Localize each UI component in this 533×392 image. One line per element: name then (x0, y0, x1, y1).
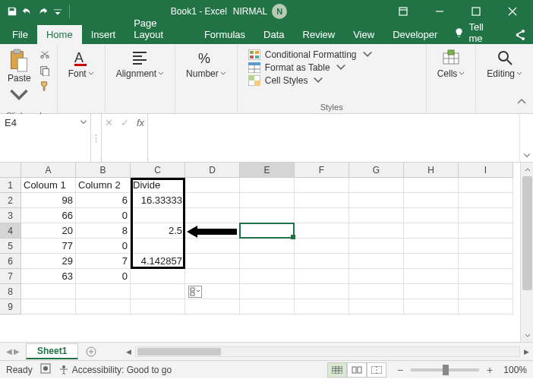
collapse-ribbon-icon[interactable] (516, 96, 527, 110)
col-header-D[interactable]: D (185, 163, 240, 178)
cell-E1[interactable] (240, 178, 295, 193)
minimize-button[interactable] (422, 0, 457, 23)
autofill-options-icon[interactable] (188, 286, 202, 298)
zoom-level[interactable]: 100% (503, 365, 527, 375)
cell-H2[interactable] (404, 193, 459, 208)
cell-F8[interactable] (295, 284, 349, 299)
tab-file[interactable]: File (3, 25, 37, 44)
cell-styles-button[interactable]: Cell Styles (247, 74, 375, 87)
cell-F9[interactable] (295, 299, 349, 315)
row-header-1[interactable]: 1 (0, 178, 21, 193)
cell-H6[interactable] (404, 254, 459, 269)
cell-B9[interactable] (76, 299, 131, 315)
copy-button[interactable] (37, 64, 52, 77)
cell-A6[interactable]: 29 (21, 254, 76, 269)
accessibility-status[interactable]: Accessibility: Good to go (58, 365, 172, 375)
tab-formulas[interactable]: Formulas (195, 25, 254, 44)
cell-G6[interactable] (349, 254, 404, 269)
row-header-5[interactable]: 5 (0, 239, 21, 254)
cells-dropdown[interactable]: Cells (431, 47, 472, 81)
enter-formula-icon[interactable]: ✓ (121, 117, 129, 128)
cell-D4[interactable] (185, 223, 240, 239)
cell-H1[interactable] (404, 178, 459, 193)
cell-G1[interactable] (349, 178, 404, 193)
cell-H4[interactable] (404, 223, 459, 239)
sheet-nav-prev-icon[interactable]: ◀ (6, 347, 12, 356)
cell-D7[interactable] (185, 269, 240, 284)
horizontal-scrollbar[interactable] (135, 346, 520, 357)
cell-I9[interactable] (459, 299, 513, 315)
row-header-9[interactable]: 9 (0, 299, 21, 315)
chevron-down-icon[interactable] (80, 119, 87, 126)
cell-E8[interactable] (240, 284, 295, 299)
col-header-C[interactable]: C (131, 163, 185, 178)
cell-F6[interactable] (295, 254, 349, 269)
cell-D5[interactable] (185, 239, 240, 254)
row-header-8[interactable]: 8 (0, 284, 21, 299)
cut-button[interactable] (37, 49, 52, 62)
cell-B6[interactable]: 7 (76, 254, 131, 269)
cancel-formula-icon[interactable]: ✕ (105, 117, 113, 128)
sheet-tab-sheet1[interactable]: Sheet1 (26, 343, 78, 359)
cell-E5[interactable] (240, 239, 295, 254)
cell-G9[interactable] (349, 299, 404, 315)
paste-button[interactable]: Paste (5, 47, 34, 109)
cell-D9[interactable] (185, 299, 240, 315)
hscroll-thumb[interactable] (137, 348, 221, 356)
cell-E3[interactable] (240, 208, 295, 223)
vertical-scrollbar[interactable] (520, 163, 533, 342)
col-header-B[interactable]: B (76, 163, 131, 178)
cell-H7[interactable] (404, 269, 459, 284)
tab-data[interactable]: Data (254, 25, 293, 44)
close-button[interactable] (495, 0, 530, 23)
hscroll-left-icon[interactable]: ◀ (122, 346, 135, 357)
cell-G3[interactable] (349, 208, 404, 223)
format-as-table-button[interactable]: Format as Table (247, 62, 375, 74)
cell-A2[interactable]: 98 (21, 193, 76, 208)
sheet-nav-next-icon[interactable]: ▶ (14, 347, 20, 356)
cell-I7[interactable] (459, 269, 513, 284)
maximize-button[interactable] (459, 0, 494, 23)
view-normal-button[interactable] (327, 362, 347, 378)
conditional-formatting-button[interactable]: Conditional Formatting (247, 49, 375, 61)
col-header-F[interactable]: F (295, 163, 349, 178)
cell-G2[interactable] (349, 193, 404, 208)
font-dropdown[interactable]: A Font (62, 47, 100, 81)
zoom-out-button[interactable]: − (394, 364, 406, 376)
tab-home[interactable]: Home (37, 25, 82, 44)
cell-A1[interactable]: Coloum 1 (21, 178, 76, 193)
cell-E9[interactable] (240, 299, 295, 315)
row-header-2[interactable]: 2 (0, 193, 21, 208)
cell-B4[interactable]: 8 (76, 223, 131, 239)
cell-G8[interactable] (349, 284, 404, 299)
cell-I5[interactable] (459, 239, 513, 254)
hscroll-right-icon[interactable]: ▶ (520, 346, 533, 357)
cell-B5[interactable]: 0 (76, 239, 131, 254)
cell-H8[interactable] (404, 284, 459, 299)
view-page-break-button[interactable] (367, 362, 386, 378)
cell-C7[interactable] (131, 269, 185, 284)
col-header-A[interactable]: A (21, 163, 76, 178)
cell-D1[interactable] (185, 178, 240, 193)
zoom-slider[interactable]: − + (394, 364, 496, 376)
zoom-thumb[interactable] (443, 365, 449, 375)
row-header-7[interactable]: 7 (0, 269, 21, 284)
tell-me[interactable]: Tell me (446, 21, 506, 44)
cell-C3[interactable] (131, 208, 185, 223)
zoom-track[interactable] (411, 368, 479, 371)
cell-E2[interactable] (240, 193, 295, 208)
cell-C1[interactable]: Divide (131, 178, 185, 193)
cell-I6[interactable] (459, 254, 513, 269)
cell-G4[interactable] (349, 223, 404, 239)
user-account[interactable]: NIRMAL N (233, 4, 287, 19)
cell-I4[interactable] (459, 223, 513, 239)
col-header-E[interactable]: E (240, 163, 295, 178)
cell-A8[interactable] (21, 284, 76, 299)
name-box[interactable]: E4 (0, 114, 91, 162)
add-sheet-button[interactable] (83, 344, 99, 359)
ribbon-display-options-icon[interactable] (386, 0, 421, 23)
zoom-in-button[interactable]: + (484, 364, 496, 376)
cell-E6[interactable] (240, 254, 295, 269)
cell-B7[interactable]: 0 (76, 269, 131, 284)
qat-customize-icon[interactable] (52, 5, 64, 17)
